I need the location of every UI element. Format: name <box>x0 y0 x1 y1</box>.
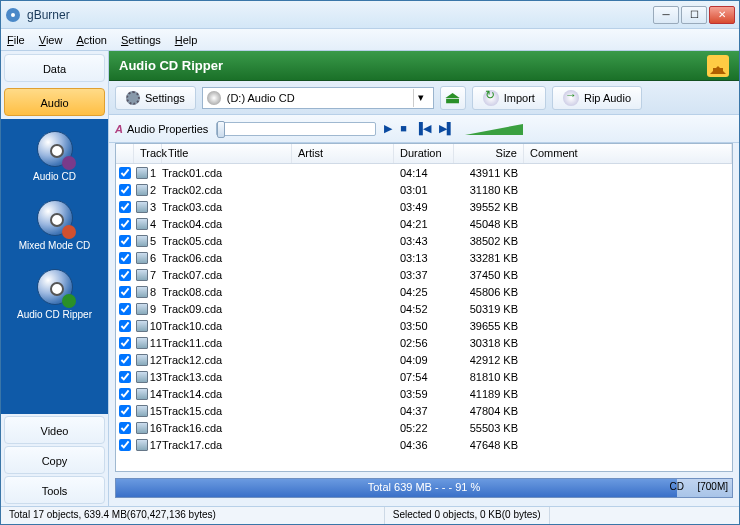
track-duration: 04:52 <box>394 303 454 315</box>
track-size: 81810 KB <box>454 371 524 383</box>
table-row[interactable]: 3Track03.cda03:4939552 KB <box>116 198 732 215</box>
table-row[interactable]: 6Track06.cda03:1333281 KB <box>116 249 732 266</box>
track-number: 4 <box>150 218 156 230</box>
track-checkbox[interactable] <box>119 405 131 417</box>
window-title: gBurner <box>27 8 653 22</box>
track-checkbox[interactable] <box>119 422 131 434</box>
rip-audio-button[interactable]: Rip Audio <box>552 86 642 110</box>
table-row[interactable]: 14Track14.cda03:5941189 KB <box>116 385 732 402</box>
table-row[interactable]: 17Track17.cda04:3647648 KB <box>116 436 732 453</box>
track-title: Track02.cda <box>162 184 292 196</box>
menu-help[interactable]: Help <box>175 34 198 46</box>
column-header: Track Title Artist Duration Size Comment <box>116 144 732 164</box>
track-checkbox[interactable] <box>119 269 131 281</box>
table-row[interactable]: 5Track05.cda03:4338502 KB <box>116 232 732 249</box>
maximize-button[interactable]: ☐ <box>681 6 707 24</box>
sidebar-tab-data[interactable]: Data <box>4 54 105 82</box>
track-checkbox[interactable] <box>119 371 131 383</box>
track-checkbox[interactable] <box>119 201 131 213</box>
track-size: 31180 KB <box>454 184 524 196</box>
track-checkbox[interactable] <box>119 167 131 179</box>
track-duration: 04:36 <box>394 439 454 451</box>
home-button[interactable] <box>707 55 729 77</box>
sidebar-item-label: Audio CD <box>1 171 108 182</box>
col-title[interactable]: Title <box>162 144 292 163</box>
col-track[interactable]: Track <box>134 144 162 163</box>
col-comment[interactable]: Comment <box>524 144 732 163</box>
sidebar-item-audio-cd[interactable]: Audio CD <box>1 125 108 194</box>
volume-slider[interactable] <box>463 123 523 135</box>
track-title: Track08.cda <box>162 286 292 298</box>
table-row[interactable]: 1Track01.cda04:1443911 KB <box>116 164 732 181</box>
file-icon <box>136 371 148 383</box>
minimize-button[interactable]: ─ <box>653 6 679 24</box>
track-checkbox[interactable] <box>119 235 131 247</box>
table-row[interactable]: 9Track09.cda04:5250319 KB <box>116 300 732 317</box>
sidebar-tab-tools[interactable]: Tools <box>4 476 105 504</box>
track-checkbox[interactable] <box>119 184 131 196</box>
track-checkbox[interactable] <box>119 252 131 264</box>
capacity-max: [700M] <box>697 481 728 492</box>
track-checkbox[interactable] <box>119 388 131 400</box>
sidebar-item-label: Mixed Mode CD <box>1 240 108 251</box>
track-duration: 03:49 <box>394 201 454 213</box>
file-icon <box>136 201 148 213</box>
track-number: 13 <box>150 371 162 383</box>
prev-button[interactable]: ▐◀ <box>415 122 431 135</box>
table-row[interactable]: 4Track04.cda04:2145048 KB <box>116 215 732 232</box>
track-checkbox[interactable] <box>119 218 131 230</box>
drive-select[interactable]: (D:) Audio CD ▾ <box>202 87 434 109</box>
titlebar: gBurner ─ ☐ ✕ <box>1 1 739 29</box>
table-row[interactable]: 11Track11.cda02:5630318 KB <box>116 334 732 351</box>
track-checkbox[interactable] <box>119 320 131 332</box>
menu-view[interactable]: View <box>39 34 63 46</box>
file-icon <box>136 184 148 196</box>
table-row[interactable]: 15Track15.cda04:3747804 KB <box>116 402 732 419</box>
col-duration[interactable]: Duration <box>394 144 454 163</box>
statusbar: Total 17 objects, 639.4 MB(670,427,136 b… <box>1 506 739 524</box>
import-button[interactable]: Import <box>472 86 546 110</box>
settings-button[interactable]: Settings <box>115 86 196 110</box>
sidebar-item-mixed-mode[interactable]: Mixed Mode CD <box>1 194 108 263</box>
file-icon <box>136 235 148 247</box>
sidebar-item-ripper[interactable]: Audio CD Ripper <box>1 263 108 332</box>
menu-action[interactable]: Action <box>76 34 107 46</box>
table-row[interactable]: 8Track08.cda04:2545806 KB <box>116 283 732 300</box>
track-title: Track01.cda <box>162 167 292 179</box>
table-row[interactable]: 16Track16.cda05:2255503 KB <box>116 419 732 436</box>
eject-button[interactable]: ⏏ <box>440 86 466 110</box>
file-icon <box>136 320 148 332</box>
col-size[interactable]: Size <box>454 144 524 163</box>
track-checkbox[interactable] <box>119 337 131 349</box>
table-row[interactable]: 2Track02.cda03:0131180 KB <box>116 181 732 198</box>
col-artist[interactable]: Artist <box>292 144 394 163</box>
track-checkbox[interactable] <box>119 439 131 451</box>
audio-properties-button[interactable]: A Audio Properties <box>115 123 208 135</box>
track-duration: 02:56 <box>394 337 454 349</box>
track-title: Track06.cda <box>162 252 292 264</box>
table-row[interactable]: 13Track13.cda07:5481810 KB <box>116 368 732 385</box>
stop-button[interactable]: ■ <box>400 122 407 135</box>
table-row[interactable]: 7Track07.cda03:3737450 KB <box>116 266 732 283</box>
play-button[interactable]: ▶ <box>384 122 392 135</box>
track-checkbox[interactable] <box>119 354 131 366</box>
close-button[interactable]: ✕ <box>709 6 735 24</box>
track-number: 8 <box>150 286 156 298</box>
track-number: 1 <box>150 167 156 179</box>
track-checkbox[interactable] <box>119 286 131 298</box>
seek-slider[interactable] <box>216 122 376 136</box>
track-duration: 03:37 <box>394 269 454 281</box>
next-button[interactable]: ▶▌ <box>439 122 455 135</box>
sidebar-tab-copy[interactable]: Copy <box>4 446 105 474</box>
table-row[interactable]: 12Track12.cda04:0942912 KB <box>116 351 732 368</box>
sidebar-tab-video[interactable]: Video <box>4 416 105 444</box>
track-checkbox[interactable] <box>119 303 131 315</box>
col-check[interactable] <box>116 144 134 163</box>
menu-settings[interactable]: Settings <box>121 34 161 46</box>
track-title: Track17.cda <box>162 439 292 451</box>
sidebar-tab-audio[interactable]: Audio <box>4 88 105 116</box>
table-row[interactable]: 10Track10.cda03:5039655 KB <box>116 317 732 334</box>
track-size: 39552 KB <box>454 201 524 213</box>
menu-file[interactable]: File <box>7 34 25 46</box>
file-icon <box>136 354 148 366</box>
